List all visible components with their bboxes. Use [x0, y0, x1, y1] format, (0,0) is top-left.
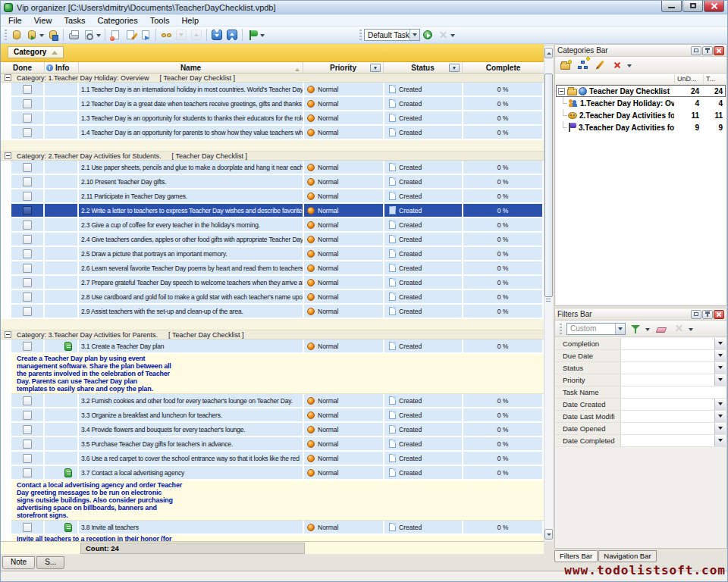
maximize-button[interactable]	[682, 1, 703, 12]
task-row[interactable]: 2.10 Present Teacher Day gifts.NormalCre…	[1, 175, 544, 189]
task-row[interactable]: 3.7 Contact a local advertising agencyNo…	[1, 466, 544, 480]
collapse-icon[interactable]	[5, 152, 11, 159]
panel-tab-filters-bar[interactable]: Filters Bar	[554, 550, 598, 562]
task-checkbox[interactable]	[23, 163, 32, 172]
scrollbar-thumb[interactable]	[544, 74, 553, 297]
bottom-tab-s[interactable]: S...	[36, 556, 64, 569]
categories-column-header[interactable]: UnD...	[674, 74, 703, 84]
menu-item-tasks[interactable]: Tasks	[58, 14, 91, 26]
filter-value-field[interactable]	[621, 411, 714, 422]
column-filter-dropdown-icon[interactable]	[449, 64, 460, 72]
task-checkbox[interactable]	[23, 85, 32, 94]
scroll-up-icon[interactable]	[544, 48, 553, 58]
column-header-info[interactable]: Info	[45, 62, 79, 73]
task-row[interactable]: 3.5 Purchase Teacher Day gifts for teach…	[1, 437, 544, 452]
filter-value-field[interactable]	[621, 338, 714, 349]
column-header-complete[interactable]: Complete	[463, 62, 544, 73]
task-row[interactable]: 1.1 Teacher Day is an international holi…	[1, 83, 544, 97]
task-checkbox[interactable]	[23, 468, 32, 477]
categories-close-button[interactable]	[714, 46, 724, 55]
categories-column-header[interactable]: T...	[703, 74, 726, 84]
tree-collapse-icon[interactable]	[558, 88, 565, 95]
filters-toolbar-grip[interactable]	[560, 324, 562, 334]
category-tree-item[interactable]: Teacher Day Checklist2424	[556, 85, 726, 97]
task-checkbox[interactable]	[23, 411, 32, 420]
filter-value-field[interactable]	[621, 350, 714, 361]
filter-value-field[interactable]	[621, 386, 726, 398]
menu-item-file[interactable]: File	[2, 14, 28, 26]
task-checkbox[interactable]	[23, 454, 32, 463]
column-header-name[interactable]: Name	[79, 62, 303, 73]
delete-task-icon[interactable]	[138, 28, 153, 42]
filter-value-field[interactable]	[621, 399, 714, 410]
task-checkbox[interactable]	[23, 425, 32, 434]
close-button[interactable]	[704, 1, 724, 12]
task-row[interactable]: 3.2 Furnish cookies and other food for e…	[1, 394, 544, 408]
view-toolbar-grip[interactable]	[359, 30, 362, 40]
task-row[interactable]: 1.3 Teacher Day is an opportunity for st…	[1, 111, 544, 126]
filter-preset-dropdown-icon[interactable]	[615, 324, 625, 334]
category-header-row[interactable]: Category: 3.Teacher Day Activities for P…	[1, 330, 544, 340]
delete-view-icon[interactable]	[435, 28, 450, 42]
edit-task-icon[interactable]	[123, 28, 138, 42]
group-by-category-chip[interactable]: Category	[8, 46, 64, 58]
delete-filter-icon[interactable]	[671, 321, 686, 336]
column-header-status[interactable]: Status	[384, 62, 463, 73]
new-category-icon[interactable]	[557, 58, 573, 72]
category-tree-item[interactable]: 2.Teacher Day Activities for S1111	[556, 109, 726, 121]
task-row[interactable]: 2.9 Assist teachers with the set-up and …	[1, 305, 544, 319]
task-row[interactable]: 1.4 Teacher Day is an opportunity for pa…	[1, 126, 544, 140]
task-row[interactable]: 2.2 Write a letter to teachers to expres…	[1, 204, 544, 218]
task-checkbox[interactable]	[23, 206, 32, 215]
move-down-icon[interactable]	[174, 28, 189, 42]
apply-filter-dropdown-icon[interactable]	[645, 328, 650, 333]
filter-dropdown-icon[interactable]	[714, 399, 726, 410]
menu-item-tools[interactable]: Tools	[144, 14, 176, 26]
print-icon[interactable]	[66, 28, 81, 42]
filter-value-field[interactable]	[621, 362, 714, 374]
column-header-done[interactable]: Done	[1, 62, 45, 73]
column-header-priority[interactable]: Priority	[303, 62, 384, 73]
task-checkbox[interactable]	[23, 221, 32, 230]
column-filter-dropdown-icon[interactable]	[370, 64, 381, 72]
task-row[interactable]: 2.4 Give teachers candies, apples or oth…	[1, 233, 544, 247]
categories-more-dropdown-icon[interactable]	[627, 64, 632, 70]
filter-value-field[interactable]	[621, 435, 714, 446]
task-checkbox[interactable]	[23, 177, 32, 186]
edit-category-icon[interactable]	[592, 58, 607, 72]
print-dropdown-icon[interactable]	[96, 34, 101, 39]
task-row[interactable]: 2.6 Learn several favorite Teacher Day p…	[1, 261, 544, 276]
move-up-icon[interactable]	[189, 28, 204, 42]
task-row[interactable]: 2.3 Give a cup of coffee for every teach…	[1, 218, 544, 233]
apply-view-icon[interactable]	[420, 28, 435, 42]
open-database-icon[interactable]	[24, 28, 39, 42]
filter-dropdown-icon[interactable]	[714, 338, 726, 349]
panel-tab-navigation-bar[interactable]: Navigation Bar	[598, 550, 656, 562]
task-checkbox[interactable]	[23, 264, 32, 273]
task-row[interactable]: 3.3 Organize a breakfast and luncheon fo…	[1, 408, 544, 423]
task-checkbox[interactable]	[23, 293, 32, 302]
task-checkbox[interactable]	[23, 307, 32, 316]
toolbar-more-dropdown-icon[interactable]	[450, 34, 455, 39]
new-subcategory-icon[interactable]	[575, 58, 590, 72]
task-row[interactable]: 2.8 Use cardboard and gold foil to make …	[1, 290, 544, 305]
hide-completed-icon[interactable]	[158, 28, 174, 42]
task-checkbox[interactable]	[23, 235, 32, 244]
delete-category-icon[interactable]	[610, 58, 625, 72]
category-tree-item[interactable]: 1.Teacher Day Holiday: Overv44	[556, 97, 726, 109]
task-row[interactable]: 3.4 Provide flowers and bouquets for eve…	[1, 423, 544, 437]
menu-item-categories[interactable]: Categories	[92, 14, 144, 26]
task-row[interactable]: 2.7 Prepare grateful Teacher Day speech …	[1, 276, 544, 290]
clear-filter-icon[interactable]	[654, 321, 669, 336]
filter-dropdown-icon[interactable]	[714, 411, 726, 422]
filter-preset-combobox[interactable]: Custom	[566, 323, 626, 335]
views-dropdown-icon[interactable]	[260, 34, 265, 39]
print-preview-icon[interactable]	[81, 28, 96, 42]
collapse-icon[interactable]	[5, 74, 11, 81]
bottom-tab-note[interactable]: Note	[2, 556, 35, 569]
task-row[interactable]: 3.6 Use a red carpet to cover the school…	[1, 452, 544, 466]
task-checkbox[interactable]	[23, 523, 32, 532]
filters-pin-button[interactable]	[702, 310, 713, 319]
minimize-button[interactable]	[661, 1, 682, 12]
apply-filter-icon[interactable]	[628, 321, 643, 336]
